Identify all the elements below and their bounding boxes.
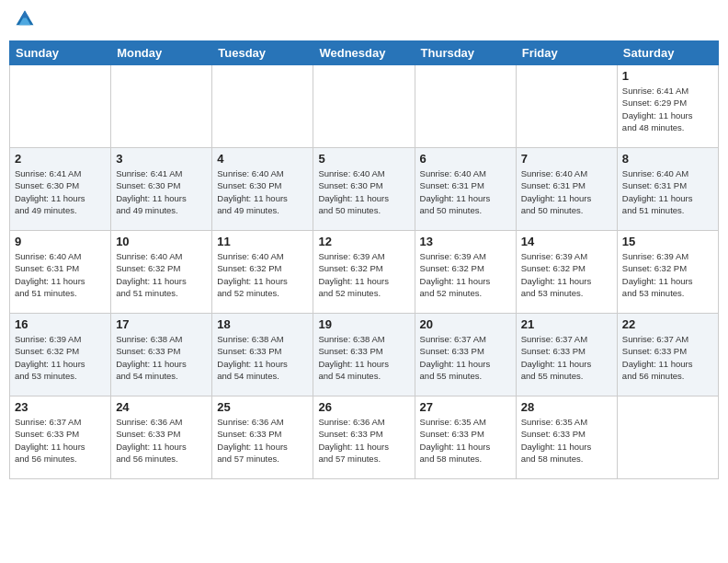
calendar-cell: 20Sunrise: 6:37 AMSunset: 6:33 PMDayligh… [415,314,516,396]
day-info: Sunrise: 6:38 AMSunset: 6:33 PMDaylight:… [318,333,409,382]
day-info: Sunrise: 6:40 AMSunset: 6:30 PMDaylight:… [217,167,308,216]
calendar-cell [212,65,313,148]
calendar-cell: 17Sunrise: 6:38 AMSunset: 6:33 PMDayligh… [111,314,212,396]
day-info: Sunrise: 6:41 AMSunset: 6:30 PMDaylight:… [15,167,106,216]
calendar-cell: 13Sunrise: 6:39 AMSunset: 6:32 PMDayligh… [415,231,516,314]
calendar-cell [313,65,415,148]
day-info: Sunrise: 6:36 AMSunset: 6:33 PMDaylight:… [217,416,308,465]
weekday-header-sunday: Sunday [10,41,111,65]
day-info: Sunrise: 6:40 AMSunset: 6:32 PMDaylight:… [116,250,207,299]
logo-icon [15,9,35,29]
day-number: 27 [420,400,511,414]
calendar-cell [10,65,111,148]
day-info: Sunrise: 6:40 AMSunset: 6:32 PMDaylight:… [217,250,308,299]
day-info: Sunrise: 6:39 AMSunset: 6:32 PMDaylight:… [318,250,409,299]
calendar-cell: 15Sunrise: 6:39 AMSunset: 6:32 PMDayligh… [617,231,718,314]
day-info: Sunrise: 6:41 AMSunset: 6:29 PMDaylight:… [622,85,713,133]
calendar-cell: 8Sunrise: 6:40 AMSunset: 6:31 PMDaylight… [617,148,718,231]
day-info: Sunrise: 6:36 AMSunset: 6:33 PMDaylight:… [318,416,409,465]
calendar-cell: 19Sunrise: 6:38 AMSunset: 6:33 PMDayligh… [313,314,415,396]
calendar-cell: 18Sunrise: 6:38 AMSunset: 6:33 PMDayligh… [212,314,313,396]
day-number: 28 [521,400,612,414]
day-number: 6 [420,152,511,166]
day-number: 11 [217,235,308,248]
calendar-cell: 23Sunrise: 6:37 AMSunset: 6:33 PMDayligh… [10,396,111,479]
day-number: 13 [420,235,511,248]
calendar-cell: 24Sunrise: 6:36 AMSunset: 6:33 PMDayligh… [111,396,212,479]
calendar-cell: 16Sunrise: 6:39 AMSunset: 6:32 PMDayligh… [10,314,111,396]
day-info: Sunrise: 6:35 AMSunset: 6:33 PMDaylight:… [420,416,511,465]
day-number: 5 [318,152,409,166]
day-info: Sunrise: 6:38 AMSunset: 6:33 PMDaylight:… [116,333,207,382]
week-row-2: 2Sunrise: 6:41 AMSunset: 6:30 PMDaylight… [10,148,719,231]
day-number: 7 [521,152,612,166]
header [9,9,719,33]
calendar-cell: 2Sunrise: 6:41 AMSunset: 6:30 PMDaylight… [10,148,111,231]
day-info: Sunrise: 6:40 AMSunset: 6:30 PMDaylight:… [318,167,409,216]
day-number: 26 [318,400,409,414]
weekday-header-row: SundayMondayTuesdayWednesdayThursdayFrid… [10,41,719,65]
day-info: Sunrise: 6:39 AMSunset: 6:32 PMDaylight:… [15,333,106,382]
day-number: 20 [420,317,511,331]
day-info: Sunrise: 6:40 AMSunset: 6:31 PMDaylight:… [521,167,612,216]
week-row-5: 23Sunrise: 6:37 AMSunset: 6:33 PMDayligh… [10,396,719,479]
calendar-cell [617,396,718,479]
day-number: 8 [622,152,713,166]
day-number: 4 [217,152,308,166]
day-number: 9 [15,235,106,248]
day-info: Sunrise: 6:35 AMSunset: 6:33 PMDaylight:… [521,416,612,465]
calendar-table: SundayMondayTuesdayWednesdayThursdayFrid… [9,40,719,479]
page: SundayMondayTuesdayWednesdayThursdayFrid… [0,0,728,563]
day-info: Sunrise: 6:39 AMSunset: 6:32 PMDaylight:… [521,250,612,299]
day-number: 23 [15,400,106,414]
week-row-4: 16Sunrise: 6:39 AMSunset: 6:32 PMDayligh… [10,314,719,396]
day-number: 1 [622,69,713,83]
day-info: Sunrise: 6:38 AMSunset: 6:33 PMDaylight:… [217,333,308,382]
day-number: 3 [116,152,207,166]
svg-marker-2 [20,11,28,18]
calendar-cell: 10Sunrise: 6:40 AMSunset: 6:32 PMDayligh… [111,231,212,314]
day-number: 18 [217,317,308,331]
day-info: Sunrise: 6:37 AMSunset: 6:33 PMDaylight:… [420,333,511,382]
calendar-cell: 1Sunrise: 6:41 AMSunset: 6:29 PMDaylight… [617,65,718,148]
day-info: Sunrise: 6:37 AMSunset: 6:33 PMDaylight:… [15,416,106,465]
weekday-header-thursday: Thursday [415,41,516,65]
weekday-header-tuesday: Tuesday [212,41,313,65]
week-row-1: 1Sunrise: 6:41 AMSunset: 6:29 PMDaylight… [10,65,719,148]
day-info: Sunrise: 6:36 AMSunset: 6:33 PMDaylight:… [116,416,207,465]
day-number: 14 [521,235,612,248]
calendar-cell: 26Sunrise: 6:36 AMSunset: 6:33 PMDayligh… [313,396,415,479]
day-number: 2 [15,152,106,166]
day-number: 25 [217,400,308,414]
day-number: 15 [622,235,713,248]
weekday-header-wednesday: Wednesday [313,41,415,65]
day-number: 16 [15,317,106,331]
day-number: 19 [318,317,409,331]
calendar-cell: 6Sunrise: 6:40 AMSunset: 6:31 PMDaylight… [415,148,516,231]
day-number: 21 [521,317,612,331]
calendar-cell: 5Sunrise: 6:40 AMSunset: 6:30 PMDaylight… [313,148,415,231]
day-info: Sunrise: 6:39 AMSunset: 6:32 PMDaylight:… [420,250,511,299]
day-number: 10 [116,235,207,248]
calendar-cell [415,65,516,148]
calendar-cell: 7Sunrise: 6:40 AMSunset: 6:31 PMDaylight… [516,148,617,231]
day-info: Sunrise: 6:40 AMSunset: 6:31 PMDaylight:… [420,167,511,216]
week-row-3: 9Sunrise: 6:40 AMSunset: 6:31 PMDaylight… [10,231,719,314]
weekday-header-monday: Monday [111,41,212,65]
calendar-cell: 28Sunrise: 6:35 AMSunset: 6:33 PMDayligh… [516,396,617,479]
calendar-cell: 11Sunrise: 6:40 AMSunset: 6:32 PMDayligh… [212,231,313,314]
day-info: Sunrise: 6:37 AMSunset: 6:33 PMDaylight:… [622,333,713,382]
weekday-header-friday: Friday [516,41,617,65]
day-info: Sunrise: 6:39 AMSunset: 6:32 PMDaylight:… [622,250,713,299]
day-info: Sunrise: 6:40 AMSunset: 6:31 PMDaylight:… [622,167,713,216]
day-number: 12 [318,235,409,248]
logo [15,13,37,29]
day-number: 17 [116,317,207,331]
calendar-cell: 9Sunrise: 6:40 AMSunset: 6:31 PMDaylight… [10,231,111,314]
calendar-cell: 25Sunrise: 6:36 AMSunset: 6:33 PMDayligh… [212,396,313,479]
calendar-cell [111,65,212,148]
calendar-cell: 27Sunrise: 6:35 AMSunset: 6:33 PMDayligh… [415,396,516,479]
calendar-cell: 14Sunrise: 6:39 AMSunset: 6:32 PMDayligh… [516,231,617,314]
calendar-cell [516,65,617,148]
calendar-cell: 4Sunrise: 6:40 AMSunset: 6:30 PMDaylight… [212,148,313,231]
